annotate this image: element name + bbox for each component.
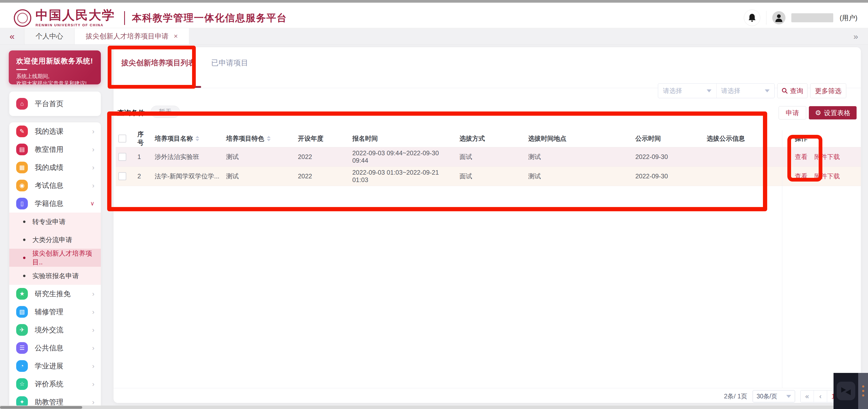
university-seal-icon — [14, 9, 31, 27]
evaluation-icon: ☆ — [16, 378, 28, 390]
more-filters-button[interactable]: 更多筛选 — [810, 83, 846, 98]
operations-column-divider — [782, 130, 782, 388]
annotation-box-view-action — [787, 135, 823, 181]
bell-icon — [748, 13, 756, 22]
bullet-icon — [23, 221, 26, 223]
graduate-icon: ★ — [16, 288, 28, 300]
sidebar-menu: ✎ 我的选课 › ▤ 教室借用 › ▦ 我的成绩 › ◉ 考试信息 › ▯ 学籍… — [9, 122, 101, 409]
filter-select-2[interactable]: 请选择 — [716, 84, 775, 98]
banner-line3: 欢迎大家提出宝贵意见和建议! — [16, 80, 93, 84]
grades-icon: ▦ — [16, 162, 28, 173]
home-icon: ⌂ — [16, 98, 28, 110]
exam-icon: ◉ — [16, 180, 28, 192]
bowtie-play-icon — [840, 386, 852, 396]
bullet-icon — [23, 257, 26, 259]
chevron-right-icon: › — [92, 308, 94, 316]
sidebar-item-public-info[interactable]: ☰ 公共信息 › — [9, 339, 101, 357]
welcome-banner: 欢迎使用新版教务系统! 系统上线期间, 欢迎大家提出宝贵意见和建议! — [9, 51, 101, 84]
user-role-label: (用户) — [840, 13, 858, 22]
brand-name-en: RENMIN UNIVERSITY OF CHINA — [35, 23, 115, 27]
airplane-icon: ✈ — [16, 324, 28, 336]
filter-select-1[interactable]: 请选择 — [658, 84, 716, 98]
person-icon — [775, 13, 783, 22]
chevron-right-icon: › — [92, 344, 94, 352]
minor-icon: ▧ — [16, 306, 28, 318]
header-divider — [124, 11, 125, 25]
dot-icon — [862, 390, 864, 392]
chevron-right-icon: › — [92, 326, 94, 334]
user-name-redacted — [791, 13, 833, 22]
previous-page-button[interactable]: ‹ — [814, 390, 827, 402]
banner-accent-bar — [16, 69, 27, 70]
bullet-icon — [23, 275, 26, 277]
tab-talent-project-application[interactable]: 拔尖创新人才培养项目申请 × — [74, 28, 189, 44]
sidebar-item-classroom-borrow[interactable]: ▤ 教室借用 › — [9, 140, 101, 158]
chevron-down-icon: ∨ — [90, 200, 94, 207]
horizontal-scrollbar[interactable] — [0, 406, 82, 409]
widget-main-button[interactable] — [834, 373, 858, 409]
content-tab-applied-projects[interactable]: 已申请项目 — [211, 58, 248, 68]
gear-icon: ⚙ — [815, 109, 821, 116]
sidebar-item-home[interactable]: ⌂ 平台首页 — [9, 92, 101, 116]
widget-icon — [837, 382, 855, 400]
widget-menu-button[interactable] — [858, 373, 868, 409]
window-tab-strip: « 个人中心 拔尖创新人才培养项目申请 × — [0, 28, 868, 45]
tab-personal-center[interactable]: 个人中心 — [24, 28, 74, 44]
my-courses-icon: ✎ — [16, 125, 28, 137]
sidebar-item-student-status[interactable]: ▯ 学籍信息 ∨ — [9, 195, 101, 213]
student-status-icon: ▯ — [16, 198, 28, 209]
annotation-box-tab — [108, 46, 196, 89]
platform-title: 本科教学管理一体化信息服务平台 — [132, 11, 287, 25]
chevron-right-icon: › — [92, 290, 94, 298]
sidebar-subitem-category-diversion[interactable]: 大类分流申请 — [9, 231, 101, 249]
app-header: 中国人民大学 RENMIN UNIVERSITY OF CHINA 本科教学管理… — [0, 3, 868, 28]
page-size-select[interactable]: 30条/页 — [753, 390, 795, 402]
banner-title: 欢迎使用新版教务系统! — [16, 56, 93, 66]
banner-line2: 系统上线期间, — [16, 73, 93, 80]
main-content-card: 拔尖创新培养项目列表 已申请项目 请选择 请选择 查询 更多筛选 查询条件: 暂… — [114, 47, 861, 403]
chevron-down-icon — [765, 89, 770, 92]
chevron-down-icon — [786, 395, 791, 398]
sidebar-item-my-courses[interactable]: ✎ 我的选课 › — [9, 122, 101, 140]
sidebar-subitem-talent-project[interactable]: 拔尖创新人才培养项目.. — [9, 249, 101, 267]
close-icon[interactable]: × — [174, 32, 178, 40]
sidebar-item-exam-info[interactable]: ◉ 考试信息 › — [9, 176, 101, 195]
chevron-right-icon: › — [92, 362, 94, 370]
public-info-icon: ☰ — [16, 342, 28, 354]
annotation-box-table — [107, 112, 767, 211]
window-bottom-edge — [0, 406, 868, 409]
chevron-right-icon: › — [92, 380, 94, 388]
dot-icon — [862, 395, 864, 397]
chevron-right-icon: › — [92, 145, 94, 154]
sidebar-item-my-grades[interactable]: ▦ 我的成绩 › — [9, 158, 101, 176]
dot-icon — [862, 385, 864, 387]
brand-name-cn: 中国人民大学 — [35, 9, 115, 22]
university-logo: 中国人民大学 RENMIN UNIVERSITY OF CHINA 本科教学管理… — [14, 8, 287, 28]
sidebar-item-minor-management[interactable]: ▧ 辅修管理 › — [9, 303, 101, 321]
sidebar-subitem-major-transfer[interactable]: 转专业申请 — [9, 213, 101, 231]
chevron-right-icon: › — [92, 181, 94, 190]
classroom-icon: ▤ — [16, 144, 28, 155]
apply-button[interactable]: 申请 — [779, 106, 806, 119]
screen-capture-widget — [834, 373, 868, 409]
pagination-divider — [114, 388, 861, 388]
pagination: 2条/ 1页 30条/页 « ‹ 1 — [114, 390, 840, 402]
progress-icon: ◔ — [16, 360, 28, 372]
sidebar-subitem-experimental-class[interactable]: 实验班报名申请 — [9, 267, 101, 285]
sidebar-collapse-button[interactable]: « — [0, 28, 24, 44]
sidebar-item-graduate-recommendation[interactable]: ★ 研究生推免 › — [9, 285, 101, 303]
table-settings-button[interactable]: ⚙ 设置表格 — [809, 106, 857, 119]
tab-personal-center-label: 个人中心 — [35, 32, 63, 41]
sidebar-item-evaluation-system[interactable]: ☆ 评价系统 › — [9, 375, 101, 393]
chevron-right-icon: › — [92, 164, 94, 172]
chevron-down-icon — [707, 89, 712, 92]
notification-bell-button[interactable] — [744, 9, 760, 26]
sidebar-item-academic-progress[interactable]: ◔ 学业进展 › — [9, 357, 101, 375]
first-page-button[interactable]: « — [801, 390, 814, 402]
bullet-icon — [23, 239, 26, 241]
user-avatar[interactable] — [772, 11, 785, 24]
tabs-expand-button[interactable]: » — [844, 28, 868, 45]
sidebar-item-overseas-exchange[interactable]: ✈ 境外交流 › — [9, 321, 101, 339]
filter-select-group: 请选择 请选择 — [658, 83, 775, 98]
search-button[interactable]: 查询 — [777, 83, 807, 98]
